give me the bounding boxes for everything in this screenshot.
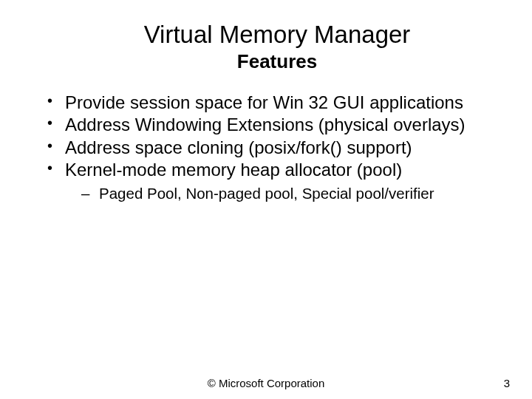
bullet-item: Kernel-mode memory heap allocator (pool)… — [44, 160, 495, 203]
bullet-item: Address space cloning (posix/fork() supp… — [44, 137, 495, 158]
bullet-item: Provide session space for Win 32 GUI app… — [44, 92, 495, 113]
bullet-item: Address Windowing Extensions (physical o… — [44, 115, 495, 135]
slide-subtitle: Features — [59, 50, 495, 73]
slide: Virtual Memory Manager Features Provide … — [0, 0, 532, 399]
sub-bullet-list: Paged Pool, Non-paged pool, Special pool… — [65, 185, 495, 203]
bullet-item-text: Kernel-mode memory heap allocator (pool) — [65, 160, 402, 180]
footer-copyright: © Microsoft Corporation — [208, 377, 325, 389]
sub-bullet-item: Paged Pool, Non-paged pool, Special pool… — [80, 185, 495, 203]
slide-body: Provide session space for Win 32 GUI app… — [37, 92, 495, 384]
slide-title: Virtual Memory Manager — [59, 21, 495, 49]
footer-page-number: 3 — [504, 377, 510, 389]
bullet-list: Provide session space for Win 32 GUI app… — [44, 92, 495, 203]
